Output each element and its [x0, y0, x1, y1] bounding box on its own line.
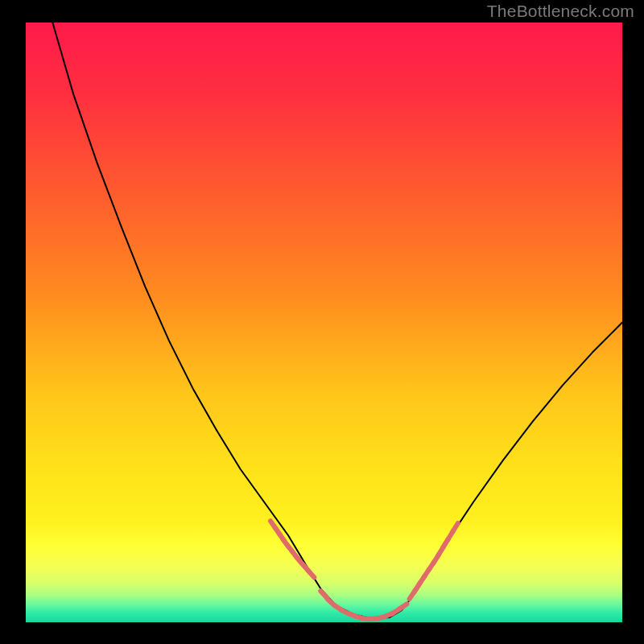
outer-frame: TheBottleneck.com	[0, 0, 644, 644]
watermark-text: TheBottleneck.com	[487, 2, 634, 21]
chart-svg	[0, 0, 644, 644]
gradient-background	[26, 23, 622, 622]
